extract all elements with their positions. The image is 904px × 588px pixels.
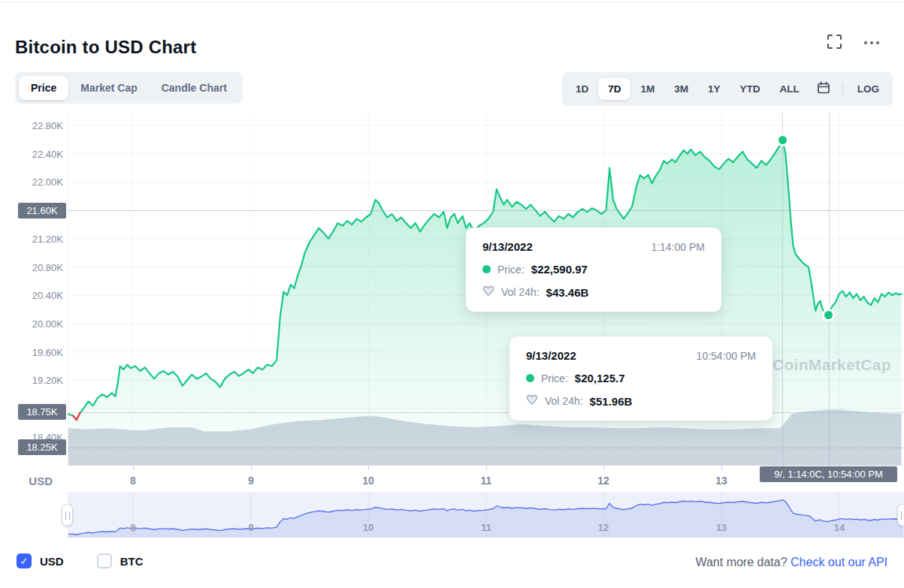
tooltip-volume-row: Vol 24h:$43.46B: [482, 285, 705, 299]
navigator-tick-label: 8: [118, 522, 148, 533]
tooltip-volume-label: Vol 24h:: [545, 395, 583, 407]
y-axis-tick-label: 20.40K: [0, 290, 63, 301]
heart-icon: [526, 394, 538, 408]
y-axis-crosshair-badge: 21.60K: [18, 203, 66, 219]
range-1m[interactable]: 1M: [630, 78, 664, 100]
tab-market-cap[interactable]: Market Cap: [68, 76, 149, 100]
fullscreen-button[interactable]: [827, 34, 842, 52]
price-series-dot-icon: [526, 374, 534, 382]
tooltip-volume-value: $51.96B: [590, 395, 633, 408]
api-link[interactable]: Check out our API: [791, 556, 887, 568]
more-options-button[interactable]: [864, 41, 879, 44]
x-axis-tick: [839, 466, 840, 470]
legend-item-usd[interactable]: ✓USD: [17, 553, 64, 568]
navigator-tick-label: 10: [353, 522, 383, 533]
y-axis-tick-label: 22.00K: [0, 176, 63, 188]
chart-tooltip: 9/13/202210:54:00 PMPrice:$20,125.7Vol 2…: [509, 336, 772, 421]
tooltip-price-value: $20,125.7: [575, 372, 625, 384]
tooltip-volume-row: Vol 24h:$51.96B: [526, 394, 756, 408]
tooltip-header: 9/13/20221:14:00 PM: [482, 240, 705, 253]
y-axis-unit-label: USD: [0, 475, 53, 487]
crosshair-horizontal-line: [68, 412, 904, 413]
navigator-left-handle[interactable]: [62, 504, 73, 526]
range-navigator[interactable]: 891011121314: [68, 492, 904, 538]
tooltip-volume-label: Vol 24h:: [501, 286, 540, 298]
range-1y[interactable]: 1Y: [698, 78, 730, 100]
crosshair-vertical-line: [782, 113, 783, 481]
tab-price[interactable]: Price: [19, 76, 68, 100]
x-axis-tick-label: 13: [706, 475, 736, 487]
y-axis-tick-label: 20.80K: [0, 262, 63, 273]
tooltip-price-value: $22,590.97: [531, 263, 588, 276]
price-point-marker[interactable]: [779, 136, 787, 144]
tooltip-price-row: Price:$20,125.7: [526, 372, 756, 384]
price-chart-svg[interactable]: [68, 113, 904, 468]
chart-type-tabs: PriceMarket CapCandle Chart: [15, 72, 243, 104]
y-axis-crosshair-badge: 18.25K: [18, 439, 66, 455]
chart-tooltip: 9/13/20221:14:00 PMPrice:$22,590.97Vol 2…: [466, 228, 721, 312]
heart-icon: [482, 285, 494, 299]
api-promo-text: Want more data?: [695, 556, 787, 568]
y-axis-tick-label: 19.60K: [0, 347, 63, 358]
currency-legend: ✓USDBTC: [17, 553, 144, 568]
ellipsis-icon: [864, 41, 879, 44]
price-point-marker[interactable]: [824, 311, 833, 319]
navigator-right-handle[interactable]: [897, 504, 904, 526]
x-axis-tick: [721, 466, 722, 470]
tooltip-volume-value: $43.46B: [546, 286, 589, 299]
navigator-tick-label: 9: [236, 522, 266, 533]
log-scale-toggle[interactable]: LOG: [848, 78, 889, 100]
tooltip-time: 1:14:00 PM: [651, 241, 705, 253]
range-3m[interactable]: 3M: [664, 78, 698, 100]
legend-label: BTC: [120, 555, 144, 568]
range-ytd[interactable]: YTD: [730, 78, 770, 100]
tooltip-price-label: Price:: [541, 372, 568, 384]
navigator-tick-label: 12: [588, 522, 618, 533]
y-axis-tick-label: 22.40K: [0, 149, 63, 160]
tab-candle-chart[interactable]: Candle Chart: [150, 76, 239, 100]
header-actions: [827, 34, 879, 52]
tooltip-price-label: Price:: [497, 264, 525, 276]
range-7d[interactable]: 7D: [598, 78, 630, 100]
range-1d[interactable]: 1D: [566, 78, 598, 100]
page-title: Bitcoin to USD Chart: [15, 37, 196, 58]
chart-controls: PriceMarket CapCandle Chart 1D7D1M3M1YYT…: [15, 72, 893, 106]
tooltip-time: 10:54:00 PM: [697, 350, 756, 362]
navigator-tick-label: 11: [471, 522, 501, 533]
fullscreen-icon: [827, 34, 842, 52]
x-axis-crosshair-badge: 9/, 1:14:0C, 10:54:00 PM: [760, 466, 897, 482]
legend-item-btc[interactable]: BTC: [97, 553, 144, 568]
range-all[interactable]: ALL: [770, 78, 809, 100]
page-top-divider: [0, 2, 904, 2]
x-axis-tick: [133, 466, 134, 470]
navigator-chart-svg: [68, 492, 904, 538]
tooltip-date: 9/13/2022: [482, 240, 533, 253]
crosshair-horizontal-line: [68, 448, 904, 448]
api-promo: Want more data? Check out our API: [695, 556, 887, 569]
x-axis-tick: [251, 466, 252, 470]
divider: [842, 83, 843, 95]
grip-icon: [65, 511, 70, 520]
checked-checkbox-usd[interactable]: ✓: [17, 553, 32, 568]
tooltip-price-row: Price:$22,590.97: [482, 263, 705, 276]
crosshair-horizontal-line: [68, 210, 904, 211]
y-axis-tick-label: 19.20K: [0, 375, 63, 386]
y-axis-tick-label: 22.80K: [0, 120, 63, 131]
y-axis-crosshair-badge: 18.75K: [18, 404, 66, 420]
y-axis-tick-label: 18.40K: [0, 432, 63, 443]
x-axis-tick-label: 9: [236, 475, 266, 487]
calendar-icon: [817, 86, 830, 97]
x-axis-tick-label: 12: [588, 475, 618, 487]
price-series-dot-icon: [482, 265, 491, 273]
x-axis-tick-label: 8: [118, 475, 148, 487]
x-axis-tick-label: 10: [353, 475, 383, 487]
unchecked-checkbox-btc[interactable]: [97, 553, 112, 568]
legend-label: USD: [40, 555, 64, 568]
x-axis-tick-label: 11: [471, 475, 501, 487]
custom-date-range-button[interactable]: [809, 76, 838, 102]
y-axis-tick-label: 21.20K: [0, 234, 63, 245]
navigator-tick-label: 14: [824, 522, 854, 533]
y-axis-tick-label: 20.00K: [0, 318, 63, 330]
tooltip-header: 9/13/202210:54:00 PM: [526, 349, 756, 362]
x-axis-tick: [486, 466, 487, 470]
